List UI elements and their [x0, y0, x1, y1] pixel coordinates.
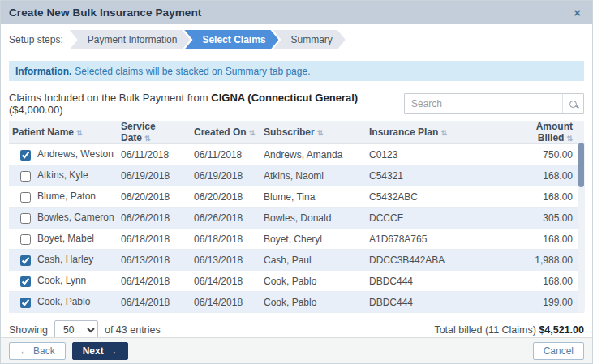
column-header-patient-name[interactable]: Patient Name⇅	[9, 121, 118, 144]
cell-insurance-plan: DDCC3B442ABA	[366, 250, 496, 271]
total-billed-amount: $4,521.00	[539, 324, 584, 336]
cell-created-on: 06/20/2018	[191, 186, 260, 208]
step-select-claims[interactable]: Select Claims	[184, 30, 278, 49]
back-button[interactable]: ← Back	[9, 342, 66, 360]
vertical-scrollbar[interactable]	[578, 141, 585, 313]
claims-title-amount: ($4,000.00)	[9, 104, 63, 116]
cell-patient-name: Cook, Pablo	[37, 296, 90, 307]
table-row[interactable]: Andrews, Weston 06/11/2018 06/11/2018 An…	[9, 144, 584, 165]
close-icon[interactable]: ×	[570, 5, 584, 20]
cell-subscriber: Boyet, Cheryl	[260, 229, 366, 250]
step-summary[interactable]: Summary	[273, 30, 345, 49]
table-row[interactable]: Cook, Lynn 06/14/2018 06/14/2018 Cook, P…	[9, 271, 584, 292]
cell-subscriber: Andrews, Amanda	[260, 144, 366, 165]
dialog-title: Create New Bulk Insurance Payment	[9, 6, 201, 19]
cell-service-date: 06/26/2018	[118, 208, 191, 229]
search-box	[404, 93, 584, 114]
total-billed: Total billed (11 Claims) $4,521.00	[434, 324, 584, 336]
cell-created-on: 06/14/2018	[191, 292, 260, 313]
cell-patient-name: Blume, Paton	[37, 191, 96, 202]
column-header-amount-billed[interactable]: Amount Billed⇅	[496, 121, 584, 144]
cell-amount-billed: 168.00	[496, 271, 584, 292]
cell-insurance-plan: C0123	[366, 144, 496, 165]
cell-insurance-plan: C5432ABC	[366, 186, 496, 208]
table-row[interactable]: Blume, Paton 06/20/2018 06/20/2018 Blume…	[9, 186, 584, 208]
row-checkbox[interactable]	[20, 298, 31, 308]
cell-subscriber: Cook, Pablo	[260, 292, 366, 313]
claims-title-prefix: Claims Included on the Bulk Payment from	[9, 92, 211, 104]
back-arrow-icon: ←	[19, 346, 29, 356]
cell-created-on: 06/26/2018	[191, 208, 260, 229]
column-header-insurance-plan[interactable]: Insurance Plan⇅	[366, 121, 496, 144]
search-icon	[569, 101, 577, 108]
cell-created-on: 06/14/2018	[191, 271, 260, 292]
cell-subscriber: Blume, Tina	[260, 186, 366, 208]
next-arrow-icon: →	[108, 346, 118, 356]
cell-insurance-plan: A1D678A765	[366, 229, 496, 250]
cell-subscriber: Cook, Pablo	[260, 271, 366, 292]
cell-created-on: 06/18/2018	[191, 229, 260, 250]
scrollbar-thumb[interactable]	[578, 143, 584, 187]
table-row[interactable]: Cash, Harley 06/13/2018 06/13/2018 Cash,…	[9, 250, 584, 271]
sort-icon[interactable]: ⇅	[144, 135, 151, 143]
info-banner-message: Selected claims will be stacked on Summa…	[75, 66, 310, 77]
entries-label: of 43 entries	[105, 324, 161, 336]
row-checkbox[interactable]	[20, 192, 31, 203]
row-checkbox[interactable]	[20, 150, 31, 161]
showing-label: Showing	[9, 324, 48, 336]
table-row[interactable]: Bowles, Cameron 06/26/2018 06/26/2018 Bo…	[9, 208, 584, 229]
cell-amount-billed: 168.00	[496, 186, 584, 208]
cell-patient-name: Boyet, Mabel	[37, 233, 94, 244]
cell-service-date: 06/14/2018	[118, 292, 191, 313]
step-payment-information[interactable]: Payment Information	[70, 30, 191, 49]
row-checkbox[interactable]	[20, 234, 31, 245]
bulk-insurance-payment-dialog: { "dialog": { "title": "Create New Bulk …	[0, 0, 593, 364]
sort-icon[interactable]: ⇅	[566, 135, 573, 143]
cell-amount-billed: 305.00	[496, 208, 584, 229]
row-checkbox[interactable]	[20, 276, 31, 287]
cell-service-date: 06/13/2018	[118, 250, 191, 271]
cell-patient-name: Bowles, Cameron	[37, 212, 114, 223]
cell-patient-name: Andrews, Weston	[37, 148, 114, 160]
search-button[interactable]	[562, 94, 583, 113]
row-checkbox[interactable]	[20, 171, 31, 182]
cell-created-on: 06/19/2018	[191, 165, 260, 186]
cell-subscriber: Bowles, Donald	[260, 208, 366, 229]
next-button[interactable]: Next →	[72, 342, 128, 360]
cancel-button[interactable]: Cancel	[533, 342, 584, 360]
row-checkbox[interactable]	[20, 255, 31, 266]
cell-service-date: 06/14/2018	[118, 271, 191, 292]
cell-patient-name: Cash, Harley	[37, 254, 93, 265]
info-banner-prefix: Information.	[15, 66, 71, 77]
table-row[interactable]: Boyet, Mabel 06/18/2018 06/18/2018 Boyet…	[9, 229, 584, 250]
cell-amount-billed: 168.00	[496, 229, 584, 250]
cell-amount-billed: 1,988.00	[496, 250, 584, 271]
sort-icon[interactable]: ⇅	[249, 129, 256, 137]
cell-patient-name: Cook, Lynn	[37, 275, 86, 286]
sort-icon[interactable]: ⇅	[76, 129, 83, 137]
cell-service-date: 06/20/2018	[118, 186, 191, 208]
claims-title-payer: CIGNA (Connecticut General)	[211, 92, 358, 104]
column-header-service-date[interactable]: Service Date⇅	[118, 121, 191, 144]
cell-insurance-plan: DCCCF	[366, 208, 496, 229]
cell-created-on: 06/13/2018	[191, 250, 260, 271]
sort-icon[interactable]: ⇅	[440, 129, 447, 137]
column-header-created-on[interactable]: Created On⇅	[191, 121, 260, 144]
setup-steps: Setup steps: Payment Information Select …	[1, 24, 592, 55]
cell-amount-billed: 199.00	[496, 292, 584, 313]
cell-insurance-plan: C54321	[366, 165, 496, 186]
cell-patient-name: Atkins, Kyle	[37, 169, 88, 181]
total-billed-label: Total billed (11 Claims)	[434, 324, 539, 336]
column-header-subscriber[interactable]: Subscriber⇅	[260, 121, 366, 144]
search-input[interactable]	[405, 98, 562, 109]
table-row[interactable]: Cook, Pablo 06/14/2018 06/14/2018 Cook, …	[9, 292, 584, 313]
cell-subscriber: Atkins, Naomi	[260, 165, 366, 186]
setup-steps-label: Setup steps:	[9, 34, 63, 45]
sort-icon[interactable]: ⇅	[317, 129, 324, 137]
cell-insurance-plan: DBDC444	[366, 271, 496, 292]
table-row[interactable]: Atkins, Kyle 06/19/2018 06/19/2018 Atkin…	[9, 165, 584, 186]
cell-service-date: 06/19/2018	[118, 165, 191, 186]
footer-bar: ← Back Next → Cancel	[1, 337, 592, 363]
row-checkbox[interactable]	[20, 213, 31, 224]
cell-insurance-plan: DBDC444	[366, 292, 496, 313]
